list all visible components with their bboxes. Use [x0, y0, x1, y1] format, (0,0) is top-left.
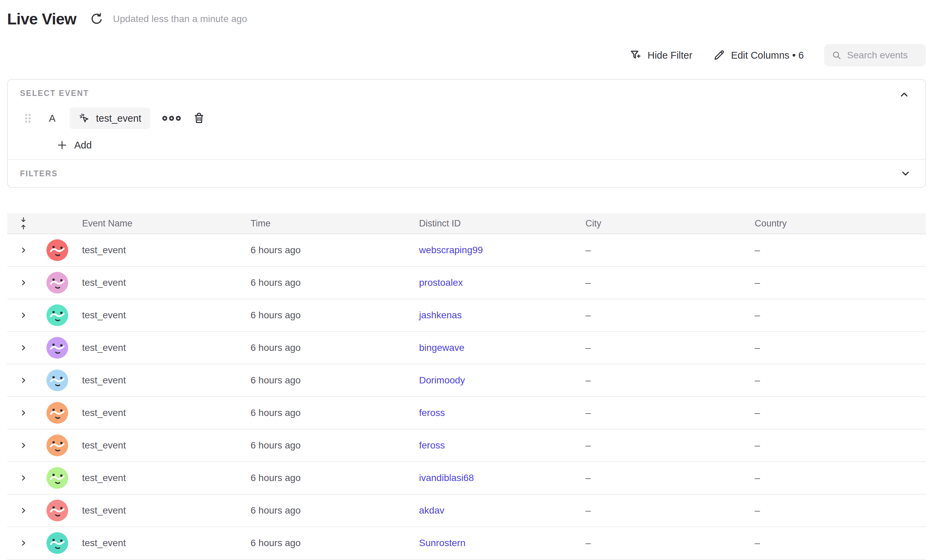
country-cell: – — [748, 505, 926, 516]
chevron-right-icon — [20, 539, 27, 547]
expand-row-button[interactable] — [17, 374, 30, 387]
distinct-id-link[interactable]: Dorimoody — [419, 375, 465, 385]
user-avatar — [46, 467, 68, 489]
distinct-id-link[interactable]: ivandiblasi68 — [419, 472, 474, 483]
event-name-cell: test_event — [75, 505, 244, 516]
collapse-all-rows-button[interactable] — [17, 217, 30, 230]
distinct-id-link[interactable]: Sunrostern — [419, 538, 465, 548]
chevron-right-icon — [20, 409, 27, 417]
city-cell: – — [579, 408, 748, 418]
user-avatar — [46, 435, 68, 456]
expand-row-button[interactable] — [17, 504, 30, 517]
event-name-cell: test_event — [75, 342, 244, 353]
event-name-cell: test_event — [75, 375, 244, 386]
drag-handle-icon[interactable] — [23, 111, 32, 126]
column-header-distinct-id[interactable]: Distinct ID — [412, 218, 579, 229]
table-row: test_event 6 hours ago prostoalex – – — [7, 267, 926, 299]
event-row: A test_event — [20, 108, 913, 129]
table-body: test_event 6 hours ago webscraping99 – –… — [7, 234, 926, 560]
column-header-country[interactable]: Country — [748, 218, 926, 229]
refresh-button[interactable] — [89, 12, 104, 26]
add-event-button[interactable]: Add — [57, 138, 92, 152]
filters-section[interactable]: FILTERS — [8, 160, 925, 187]
collapse-select-event-button[interactable] — [898, 88, 911, 102]
event-name-cell: test_event — [75, 245, 244, 255]
table-row: test_event 6 hours ago bingewave – – — [7, 332, 926, 365]
event-selector-chip[interactable]: test_event — [69, 108, 150, 129]
table-row: test_event 6 hours ago Sunrostern – – — [7, 527, 926, 560]
expand-row-button[interactable] — [17, 308, 30, 322]
select-event-label: SELECT EVENT — [20, 88, 913, 98]
event-name-cell: test_event — [75, 408, 244, 418]
city-cell: – — [579, 505, 748, 516]
ellipsis-icon — [161, 114, 182, 122]
page-header: Live View Updated less than a minute ago — [7, 8, 926, 30]
chevron-right-icon — [20, 312, 27, 319]
event-name-label: test_event — [96, 113, 142, 124]
select-event-section: SELECT EVENT A — [8, 80, 925, 159]
filters-label: FILTERS — [20, 169, 58, 178]
expand-row-button[interactable] — [17, 536, 30, 550]
events-table: Event Name Time Distinct ID City Country — [7, 213, 926, 560]
time-cell: 6 hours ago — [244, 538, 412, 548]
time-cell: 6 hours ago — [244, 440, 412, 451]
table-row: test_event 6 hours ago Dorimoody – – — [7, 365, 926, 397]
plus-icon — [57, 140, 68, 151]
country-cell: – — [748, 245, 926, 255]
search-events-box[interactable] — [824, 44, 926, 66]
column-header-city[interactable]: City — [579, 218, 748, 229]
column-header-time[interactable]: Time — [244, 218, 412, 229]
city-cell: – — [579, 538, 748, 548]
distinct-id-link[interactable]: bingewave — [419, 342, 465, 353]
city-cell: – — [579, 440, 748, 451]
trash-icon — [192, 112, 206, 125]
column-header-event-name[interactable]: Event Name — [75, 218, 244, 229]
time-cell: 6 hours ago — [244, 342, 412, 353]
delete-event-button[interactable] — [191, 110, 207, 126]
hide-filter-button[interactable]: Hide Filter — [629, 49, 692, 62]
distinct-id-link[interactable]: feross — [419, 408, 445, 418]
expand-row-button[interactable] — [17, 341, 30, 355]
table-row: test_event 6 hours ago feross – – — [7, 429, 926, 462]
user-avatar — [46, 272, 68, 294]
distinct-id-link[interactable]: webscraping99 — [419, 245, 483, 255]
event-series-letter: A — [47, 113, 57, 124]
table-row: test_event 6 hours ago ivandiblasi68 – – — [7, 462, 926, 495]
distinct-id-link[interactable]: feross — [419, 440, 445, 451]
country-cell: – — [748, 277, 926, 288]
event-name-cell: test_event — [75, 472, 244, 483]
country-cell: – — [748, 408, 926, 418]
hide-filter-label: Hide Filter — [648, 50, 692, 61]
expand-row-button[interactable] — [17, 438, 30, 452]
country-cell: – — [748, 375, 926, 386]
updated-status: Updated less than a minute ago — [113, 14, 247, 25]
collapse-vertical-icon — [19, 217, 28, 230]
chevron-right-icon — [20, 377, 27, 384]
time-cell: 6 hours ago — [244, 277, 412, 288]
city-cell: – — [579, 245, 748, 255]
chevron-right-icon — [20, 442, 27, 449]
expand-row-button[interactable] — [17, 243, 30, 257]
event-more-options-button[interactable] — [161, 111, 182, 126]
distinct-id-link[interactable]: akdav — [419, 505, 445, 515]
page-title: Live View — [7, 10, 76, 28]
country-cell: – — [748, 472, 926, 483]
expand-row-button[interactable] — [17, 276, 30, 289]
refresh-icon — [90, 12, 103, 26]
edit-columns-button[interactable]: Edit Columns • 6 — [713, 49, 804, 62]
user-avatar — [46, 500, 68, 522]
distinct-id-link[interactable]: prostoalex — [419, 277, 463, 288]
search-events-input[interactable] — [847, 50, 918, 61]
time-cell: 6 hours ago — [244, 245, 412, 255]
expand-row-button[interactable] — [17, 406, 30, 420]
filter-plus-icon — [629, 49, 642, 62]
table-row: test_event 6 hours ago feross – – — [7, 397, 926, 429]
expand-row-button[interactable] — [17, 471, 30, 485]
user-avatar — [46, 337, 68, 358]
distinct-id-link[interactable]: jashkenas — [419, 310, 462, 320]
table-header-row: Event Name Time Distinct ID City Country — [7, 213, 926, 234]
event-name-cell: test_event — [75, 310, 244, 321]
user-avatar — [46, 239, 68, 261]
chevron-right-icon — [20, 507, 27, 514]
pencil-icon — [713, 49, 725, 62]
